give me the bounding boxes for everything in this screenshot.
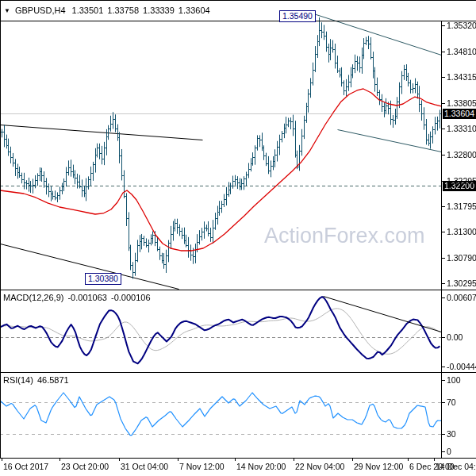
price-axis-label: 1.32800 [447,150,476,159]
time-axis-label: 29 Nov 12:00 [354,462,403,471]
time-axis-label: 14 Nov 20:00 [236,462,286,471]
time-axis-label: 14 Dec 04:00 [436,462,476,471]
symbol-label: GBPUSD,H4 [15,6,66,15]
rsi-axis-label: 0 [447,447,451,456]
price-axis-label: 1.35320 [447,21,476,30]
time-axis-label: 16 Oct 2017 [3,462,48,471]
ohlc-open: 1.33501 [72,6,104,15]
price-axis-label: 1.31795 [447,202,476,211]
price-axis-label: 1.34810 [447,47,476,56]
macd-value-signal: -0.000106 [111,293,151,302]
chart-title-bar: ▼GBPUSD,H4 1.335011.337581.333391.33604 [0,0,476,21]
time-axis-label: 23 Oct 20:00 [61,462,109,471]
price-axis-label: 1.32295 [447,176,476,186]
trading-chart-window: ▼GBPUSD,H4 1.335011.337581.333391.33604 … [0,0,476,476]
price-axis-label: 1.30295 [447,278,476,288]
rsi-name: RSI(14) [3,375,33,385]
watermark: ActionForex.com [264,224,420,248]
high-annotation-label[interactable]: 1.35490 [279,10,316,22]
rsi-value: 46.5871 [37,375,69,385]
rsi-axis-label: 30 [447,429,456,439]
collapse-arrow-icon[interactable]: ▼ [4,7,10,14]
ohlc-low: 1.33339 [143,6,175,15]
macd-value-main: -0.001063 [67,293,107,302]
macd-axis-label: 0.00 [447,332,463,342]
time-axis-label: 22 Nov 04:00 [295,462,344,471]
macd-axis-label: 0.006073 [447,293,476,302]
price-axis-label: 1.33310 [447,124,476,133]
macd-axis-label: -0.004441 [447,362,476,371]
rsi-indicator-title: RSI(14)46.5871 [3,375,73,385]
ohlc-high: 1.33758 [107,6,139,15]
rsi-axis-label: 70 [447,397,456,407]
price-axis-label: 1.34315 [447,72,476,82]
low-annotation-label[interactable]: 1.30380 [85,273,121,285]
time-axis-label: 31 Oct 04:00 [121,462,168,471]
ohlc-close: 1.33604 [178,6,210,15]
macd-indicator-title: MACD(12,26,9)-0.001063-0.000106 [3,293,155,302]
price-axis-label: 1.31300 [447,227,476,236]
macd-name: MACD(12,26,9) [3,293,63,302]
price-axis-label: 1.33805 [447,98,476,108]
rsi-axis-label: 100 [447,375,461,385]
current-price-tag: 1.33604 [443,109,476,119]
price-axis-label: 1.30790 [447,253,476,263]
time-axis-label: 7 Nov 12:00 [179,462,225,471]
